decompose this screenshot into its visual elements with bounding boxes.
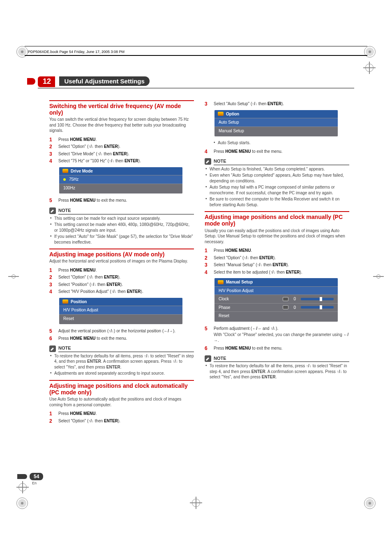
left-column: Switching the vertical drive frequency (… bbox=[49, 99, 194, 427]
note-item: To restore the factory defaults for all … bbox=[205, 363, 349, 380]
step-list: Adjust the vertical position (↑/↓) or th… bbox=[49, 327, 194, 342]
osd-titlebar: Drive Mode bbox=[59, 167, 182, 175]
page-footer: 54 En bbox=[30, 472, 43, 485]
menu-icon bbox=[62, 169, 68, 173]
osd-title: Option bbox=[226, 111, 239, 117]
up-down-arrow-icon: ↑/↓ bbox=[91, 282, 96, 287]
note-item: If you select "Auto" for "Side Mask" (pa… bbox=[49, 233, 194, 245]
side-target-icon bbox=[373, 271, 384, 282]
step-list: Select "Auto Setup" (↑/↓ then ENTER). bbox=[205, 100, 349, 108]
side-target-icon bbox=[8, 271, 19, 282]
note-item: This setting cannot be made when 480i, 4… bbox=[49, 221, 194, 233]
osd-row: Reset bbox=[59, 314, 182, 323]
note-list: When Auto Setup is finished, "Auto Setup… bbox=[205, 166, 349, 208]
section-title: Adjusting image positions and clock auto… bbox=[49, 380, 194, 396]
up-down-arrow-icon: ↑/↓ bbox=[109, 159, 114, 163]
osd-row: Clock0 bbox=[214, 295, 338, 303]
pencil-icon bbox=[205, 158, 211, 165]
step-item: Select "Manual Setup" (↑/↓ then ENTER). bbox=[205, 261, 349, 269]
section-title: Adjusting image positions and clock manu… bbox=[205, 211, 349, 227]
page-language: En bbox=[32, 481, 43, 485]
left-right-arrow-icon: ←/→ bbox=[164, 329, 173, 333]
step-list: Press HOME MENU. Select "Option" (↑/↓ th… bbox=[205, 247, 349, 276]
section-description: Use Auto Setup to automatically adjust t… bbox=[49, 396, 194, 408]
file-info-bar: PDP506XDE.book Page 54 Friday, June 17, … bbox=[25, 46, 367, 56]
osd-title: Position bbox=[71, 299, 87, 305]
step-item: Press HOME MENU to exit the menu. bbox=[49, 197, 194, 204]
step-item: Select the item to be adjusted (↑/↓ then… bbox=[205, 269, 349, 276]
step-item: Press HOME MENU to exit the menu. bbox=[205, 345, 349, 352]
osd-row: 100Hz bbox=[59, 184, 182, 192]
step-list: Press HOME MENU. Select "Option" (↑/↓ th… bbox=[49, 410, 194, 424]
up-down-arrow-icon: ↑/↓ bbox=[88, 144, 94, 149]
osd-row-selected: H/V Position Adjust bbox=[59, 306, 182, 314]
right-column: Select "Auto Setup" (↑/↓ then ENTER). Op… bbox=[205, 99, 349, 427]
up-down-arrow-icon: ↑/↓ bbox=[306, 364, 311, 368]
slider-icon bbox=[283, 297, 288, 301]
note-item: When Auto Setup is finished, "Auto Setup… bbox=[205, 166, 349, 173]
slider-track bbox=[301, 298, 334, 300]
up-down-arrow-icon: ↑/↓ bbox=[270, 326, 276, 331]
registration-mark-icon bbox=[364, 497, 376, 509]
step-item: Press HOME MENU to exit the menu. bbox=[49, 335, 194, 342]
osd-title: Manual Setup bbox=[226, 279, 253, 285]
step-item: Select "Option" (↑/↓ then ENTER). bbox=[49, 274, 194, 281]
manual-page: PDP506XDE.book Page 54 Friday, June 17, … bbox=[0, 0, 392, 555]
step-item: Select "75 Hz" or "100 Hz" (↑/↓ then ENT… bbox=[49, 157, 194, 165]
note-header: NOTE bbox=[205, 355, 349, 362]
content-columns: Switching the vertical drive frequency (… bbox=[49, 99, 349, 427]
section-description: Usually you can easily adjust the positi… bbox=[205, 228, 349, 245]
crosshair-icon bbox=[363, 62, 376, 74]
osd-manual-setup: Manual Setup H/V Position Adjust Clock0 … bbox=[214, 278, 338, 322]
note-item: Even when "Auto Setup completed" appears… bbox=[205, 172, 349, 184]
note-header: NOTE bbox=[205, 158, 349, 165]
up-down-arrow-icon: ↑/↓ bbox=[88, 275, 94, 279]
pencil-icon bbox=[205, 355, 211, 362]
note-label: NOTE bbox=[214, 158, 349, 165]
menu-icon bbox=[218, 280, 224, 284]
osd-option: Option Auto Setup Manual Setup bbox=[214, 110, 338, 137]
up-down-arrow-icon: ↑/↓ bbox=[144, 354, 149, 358]
step-item: Select "Option" (↑/↓ then ENTER). bbox=[49, 143, 194, 150]
sub-bullet: Auto Setup starts. bbox=[213, 140, 349, 146]
up-down-arrow-icon: ↑/↓ bbox=[88, 419, 94, 423]
section-description: Adjust the horizontal and vertical posit… bbox=[49, 258, 194, 264]
up-down-arrow-icon: ↑/↓ bbox=[173, 359, 178, 364]
osd-row-selected: H/V Position Adjust bbox=[214, 286, 338, 295]
osd-footer bbox=[59, 322, 182, 324]
up-down-arrow-icon: ↑/↓ bbox=[270, 270, 276, 274]
step-list: Press HOME MENU to exit the menu. bbox=[49, 197, 194, 204]
crosshair-icon bbox=[190, 497, 202, 509]
osd-row: Phase0 bbox=[214, 303, 338, 312]
divider bbox=[25, 55, 367, 55]
step-list: Perform adjustment (←/→ and ↑/↓). With "… bbox=[205, 325, 349, 352]
pencil-icon bbox=[49, 207, 56, 214]
slider-track bbox=[301, 306, 334, 309]
up-down-arrow-icon: ↑/↓ bbox=[337, 369, 342, 374]
up-down-arrow-icon: ↑/↓ bbox=[252, 101, 257, 106]
pencil-icon bbox=[49, 345, 56, 352]
note-item: Adjustments are stored separately accord… bbox=[49, 370, 194, 377]
step-subtext: With "Clock" or "Phase" selected, you ca… bbox=[214, 332, 349, 343]
osd-footer bbox=[214, 320, 338, 322]
section-title: Switching the vertical drive frequency (… bbox=[49, 100, 194, 116]
note-item: Auto Setup may fail with a PC image comp… bbox=[205, 184, 349, 196]
note-list: This setting can be made for each input … bbox=[49, 215, 194, 246]
registration-mark-icon bbox=[16, 497, 28, 509]
note-label: NOTE bbox=[214, 355, 349, 362]
osd-titlebar: Position bbox=[59, 298, 182, 306]
step-item: Adjust the vertical position (↑/↓) or th… bbox=[49, 327, 194, 335]
step-item: Select "Auto Setup" (↑/↓ then ENTER). bbox=[205, 100, 349, 108]
osd-row-selected: Auto Setup bbox=[214, 118, 338, 127]
page-number: 54 bbox=[30, 473, 43, 480]
osd-title: Drive Mode bbox=[71, 168, 93, 174]
step-item: Press HOME MENU to exit the menu. bbox=[205, 148, 349, 155]
up-down-arrow-icon: ↑/↓ bbox=[97, 152, 103, 156]
note-item: This setting can be made for each input … bbox=[49, 215, 194, 222]
step-list: Press HOME MENU. Select "Option" (↑/↓ th… bbox=[49, 267, 194, 295]
section-description: You can switch the vertical drive freque… bbox=[49, 117, 194, 134]
note-item: Be sure to connect the computer to the M… bbox=[205, 196, 349, 208]
osd-position: Position H/V Position Adjust Reset bbox=[59, 298, 182, 325]
divider bbox=[38, 88, 354, 88]
step-item: Select "Drive Mode" (↑/↓ then ENTER). bbox=[49, 150, 194, 158]
